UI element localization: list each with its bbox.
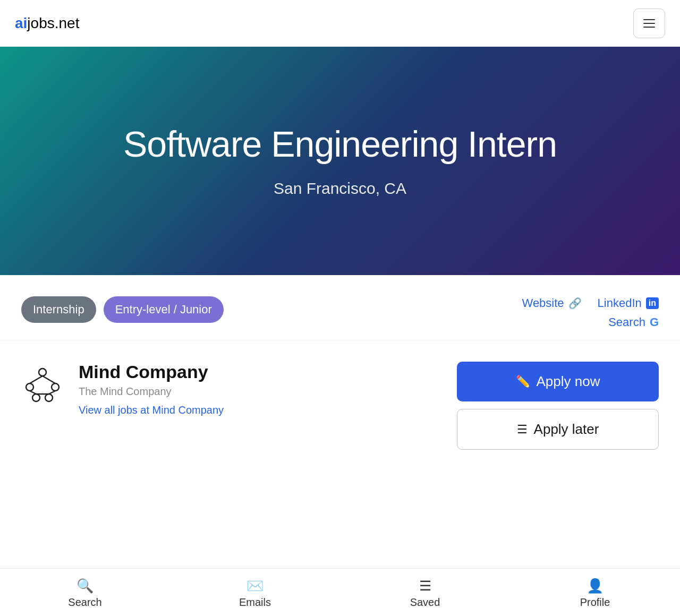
saved-nav-icon: ☰ [419,578,431,594]
hamburger-line-1 [643,19,655,20]
search-link[interactable]: Search G [608,315,659,329]
company-subtitle: The Mind Company [79,386,224,398]
job-location: San Francisco, CA [274,179,406,198]
saved-nav-label: Saved [410,596,440,609]
company-logo [21,362,64,404]
tag-internship[interactable]: Internship [21,296,96,323]
website-label: Website [522,296,564,310]
svg-line-8 [49,391,55,394]
nav-emails[interactable]: ✉️ Emails [170,578,340,609]
apply-later-button[interactable]: ☰ Apply later [457,409,659,450]
linkedin-link[interactable]: LinkedIn in [598,296,659,310]
company-info: Mind Company The Mind Company View all j… [79,362,224,416]
profile-nav-icon: 👤 [586,578,604,594]
links-row-2: Search G [608,315,659,329]
website-link[interactable]: Website 🔗 [522,296,582,310]
linkedin-icon: in [646,297,659,309]
svg-line-6 [42,376,55,383]
emails-nav-label: Emails [239,596,271,609]
tags-left: Internship Entry-level / Junior [21,296,224,323]
svg-point-2 [52,383,59,391]
profile-nav-label: Profile [580,596,610,609]
external-links: Website 🔗 LinkedIn in Search G [522,296,659,329]
hero-banner: Software Engineering Intern San Francisc… [0,47,680,275]
hamburger-line-2 [643,23,655,24]
company-name: Mind Company [79,362,224,382]
linkedin-label: LinkedIn [598,296,642,310]
view-all-jobs-link[interactable]: View all jobs at Mind Company [79,404,224,416]
company-section: Mind Company The Mind Company View all j… [0,340,680,466]
apply-now-label: Apply now [537,373,600,390]
svg-point-1 [26,383,33,391]
bottom-nav: 🔍 Search ✉️ Emails ☰ Saved 👤 Profile [0,568,680,616]
navbar: aijobs.net [0,0,680,47]
apply-now-button[interactable]: ✏️ Apply now [457,362,659,401]
brand-ai: ai [15,15,27,31]
emails-nav-icon: ✉️ [246,578,264,594]
search-nav-icon: 🔍 [76,578,94,594]
nav-profile[interactable]: 👤 Profile [510,578,680,609]
network-svg [21,362,64,404]
brand-jobs: jobs.net [27,15,79,31]
svg-line-5 [30,376,42,383]
company-right: ✏️ Apply now ☰ Apply later [457,362,659,450]
company-left: Mind Company The Mind Company View all j… [21,362,224,416]
hamburger-button[interactable] [633,8,665,38]
tag-entry-level[interactable]: Entry-level / Junior [104,296,224,323]
search-label: Search [608,315,645,329]
svg-point-4 [45,394,53,401]
svg-point-3 [32,394,40,401]
google-icon: G [650,315,659,329]
svg-point-0 [39,369,46,376]
links-row-1: Website 🔗 LinkedIn in [522,296,659,310]
job-title: Software Engineering Intern [123,124,557,164]
svg-line-7 [30,391,36,394]
link-icon: 🔗 [568,297,582,310]
hamburger-line-3 [643,27,655,28]
search-nav-label: Search [68,596,101,609]
apply-now-icon: ✏️ [516,375,530,389]
tags-section: Internship Entry-level / Junior Website … [0,275,680,340]
apply-later-label: Apply later [534,421,599,438]
site-logo[interactable]: aijobs.net [15,15,79,32]
nav-search[interactable]: 🔍 Search [0,578,170,609]
apply-later-icon: ☰ [517,423,528,437]
nav-saved[interactable]: ☰ Saved [340,578,510,609]
